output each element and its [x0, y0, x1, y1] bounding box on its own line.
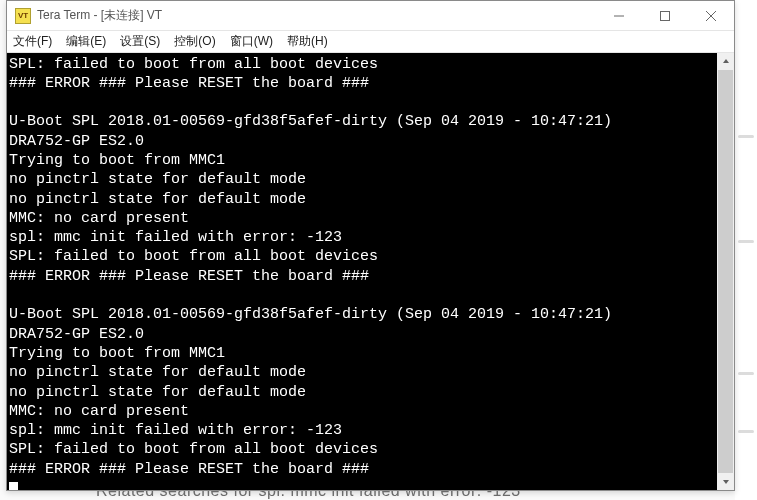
close-button[interactable] — [688, 1, 734, 31]
menu-setup[interactable]: 设置(S) — [120, 33, 160, 50]
svg-rect-0 — [661, 11, 670, 20]
minimize-button[interactable] — [596, 1, 642, 31]
menu-file[interactable]: 文件(F) — [13, 33, 52, 50]
titlebar[interactable]: VT Tera Term - [未连接] VT — [7, 1, 734, 31]
scroll-down-button[interactable] — [717, 473, 734, 490]
teraterm-window: VT Tera Term - [未连接] VT 文件(F) 编辑(E) 设置(S… — [6, 0, 735, 491]
terminal-area: SPL: failed to boot from all boot device… — [7, 53, 734, 490]
menu-edit[interactable]: 编辑(E) — [66, 33, 106, 50]
scroll-up-button[interactable] — [717, 53, 734, 70]
menu-window[interactable]: 窗口(W) — [230, 33, 273, 50]
maximize-button[interactable] — [642, 1, 688, 31]
window-title: Tera Term - [未连接] VT — [37, 7, 162, 24]
scroll-track[interactable] — [717, 70, 734, 473]
scroll-thumb[interactable] — [718, 70, 733, 473]
app-icon: VT — [15, 8, 31, 24]
terminal-cursor — [9, 482, 18, 490]
menu-control[interactable]: 控制(O) — [174, 33, 215, 50]
page-edge-strip — [735, 0, 757, 500]
scrollbar-vertical[interactable] — [717, 53, 734, 490]
menubar: 文件(F) 编辑(E) 设置(S) 控制(O) 窗口(W) 帮助(H) — [7, 31, 734, 53]
menu-help[interactable]: 帮助(H) — [287, 33, 328, 50]
terminal-output[interactable]: SPL: failed to boot from all boot device… — [7, 53, 717, 490]
